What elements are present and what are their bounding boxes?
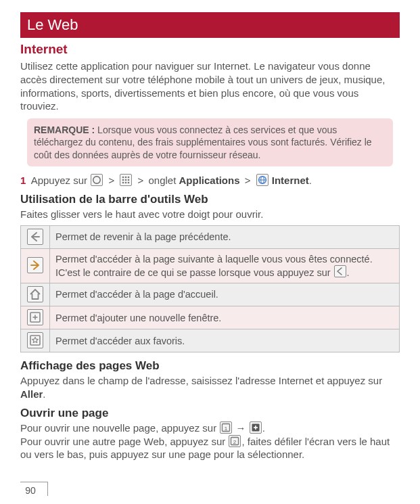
table-row: Permet d'accéder aux favoris. (21, 329, 400, 352)
toolbar-desc-b: . (347, 267, 350, 278)
svg-point-2 (125, 176, 127, 178)
svg-point-3 (128, 176, 130, 178)
toolbar-desc-a: Permet d'accéder à la page suivante à la… (55, 254, 373, 278)
section-internet-heading: Internet (20, 42, 400, 57)
remark-label: REMARQUE : (34, 124, 95, 135)
icon-cell (21, 225, 50, 248)
open-page-text: Pour ouvrir une nouvelle page, appuyez s… (20, 421, 400, 461)
globe-internet-icon (256, 174, 269, 186)
svg-text:1: 1 (225, 425, 228, 431)
svg-point-7 (122, 181, 124, 183)
page: Le Web Internet Utilisez cette applicati… (0, 0, 420, 504)
tab-two-icon: 2 (229, 435, 241, 447)
svg-point-6 (128, 179, 130, 181)
svg-point-8 (125, 181, 127, 183)
svg-point-5 (125, 179, 127, 181)
back-small-icon (334, 265, 346, 277)
view-text-b: . (43, 388, 45, 400)
view-text-a: Appuyez dans le champ de l'adresse, sais… (20, 375, 382, 386)
step-period: . (309, 175, 312, 186)
table-row: Permet d'accéder à la page suivante à la… (21, 248, 400, 283)
view-pages-text: Appuyez dans le champ de l'adresse, sais… (20, 374, 400, 401)
step-pre: Appuyez sur (28, 175, 90, 186)
table-row: Permet d'accéder à la page d'accueil. (21, 283, 400, 306)
table-row: Permet de revenir à la page précédente. (21, 225, 400, 248)
toolbar-desc: Permet d'accéder à la page suivante à la… (50, 248, 400, 283)
step-1-line: 1 Appuyez sur > > onglet Applications > … (20, 173, 400, 187)
toolbar-desc: Permet d'accéder à la page d'accueil. (50, 283, 400, 306)
chapter-title: Le Web (27, 16, 78, 33)
view-pages-heading: Affichage des pages Web (20, 359, 400, 373)
toolbar-desc: Permet d'ajouter une nouvelle fenêtre. (50, 306, 400, 329)
svg-point-9 (128, 181, 130, 183)
tab-one-icon: 1 (220, 421, 232, 434)
forward-arrow-icon (27, 257, 43, 273)
icon-cell (21, 329, 50, 352)
toolbar-heading: Utilisation de la barre d'outils Web (20, 193, 400, 206)
tab-prefix: onglet (145, 175, 179, 186)
page-number: 90 (25, 485, 36, 496)
icon-cell (21, 306, 50, 329)
svg-text:2: 2 (233, 438, 237, 444)
apps-grid-icon (120, 174, 132, 186)
open-text2-a: Pour ouvrir une autre page Web, appuyez … (20, 436, 228, 447)
bookmark-star-icon (27, 332, 43, 348)
plus-tab-icon (250, 421, 262, 434)
open-text1-a: Pour ouvrir une nouvelle page, appuyez s… (20, 422, 219, 434)
intro-paragraph: Utilisez cette application pour naviguer… (20, 60, 400, 113)
table-row: Permet d'ajouter une nouvelle fenêtre. (21, 306, 400, 329)
icon-cell (21, 283, 50, 306)
open-page-heading: Ouvrir une page (20, 407, 400, 420)
toolbar-subtext: Faites glisser vers le haut avec votre d… (20, 208, 400, 221)
home-icon (27, 286, 43, 302)
svg-point-4 (122, 179, 124, 181)
open-arrow: → (236, 422, 246, 434)
step-number: 1 (20, 175, 26, 186)
open-text1-b: . (262, 422, 265, 434)
toolbar-desc: Permet de revenir à la page précédente. (50, 225, 400, 248)
breadcrumb-gt-2: > (138, 175, 144, 186)
remark-box: REMARQUE : Lorsque vous vous connectez à… (27, 118, 393, 166)
toolbar-desc: Permet d'accéder aux favoris. (50, 329, 400, 352)
go-label: Aller (20, 388, 43, 400)
applications-label: Applications (179, 175, 240, 186)
internet-label: Internet (269, 175, 309, 186)
circle-home-icon (91, 174, 103, 186)
icon-cell (21, 248, 50, 283)
chapter-title-bar: Le Web (20, 12, 400, 38)
page-number-box: 90 (20, 482, 48, 496)
svg-point-0 (93, 177, 100, 183)
breadcrumb-gt-1: > (108, 175, 114, 186)
svg-point-1 (122, 176, 124, 178)
toolbar-table: Permet de revenir à la page précédente. … (20, 225, 400, 353)
new-window-icon (27, 309, 43, 325)
breadcrumb-gt-3: > (245, 175, 251, 186)
back-arrow-icon (27, 229, 43, 245)
